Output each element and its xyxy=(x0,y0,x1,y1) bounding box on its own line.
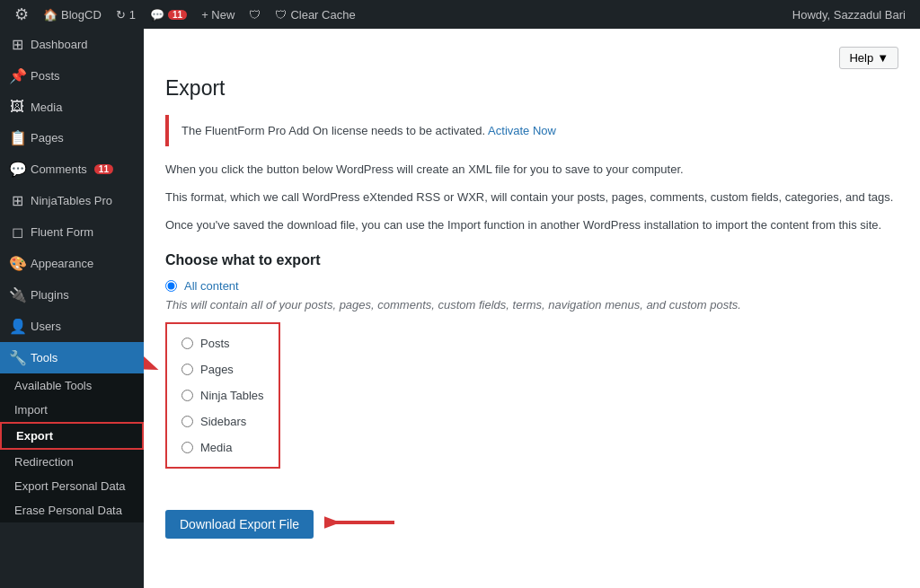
ninja-tables-label[interactable]: Ninja Tables xyxy=(200,389,264,402)
sidebar-item-plugins[interactable]: 🔌 Plugins xyxy=(0,279,144,311)
export-option-ninjatables[interactable]: Ninja Tables xyxy=(181,383,264,408)
sidebar-item-posts[interactable]: 📌 Posts xyxy=(0,60,144,92)
description-1: When you click the button below WordPres… xyxy=(165,161,898,180)
svg-line-1 xyxy=(144,349,152,367)
all-content-radio[interactable] xyxy=(165,280,177,292)
all-content-label[interactable]: All content xyxy=(184,279,239,293)
sidebar: ⊞ Dashboard 📌 Posts 🖼 Media 📋 Pages 💬 Co… xyxy=(0,29,144,588)
sidebar-item-fluentform[interactable]: ◻ Fluent Form xyxy=(0,216,144,248)
ninja-tables-radio[interactable] xyxy=(181,390,193,401)
site-name[interactable]: 🏠 BlogCD xyxy=(36,0,109,29)
sidebar-item-media[interactable]: 🖼 Media xyxy=(0,92,144,122)
sidebars-radio[interactable] xyxy=(181,416,193,427)
red-arrow-download xyxy=(324,505,396,540)
pages-label[interactable]: Pages xyxy=(200,363,234,376)
sidebar-item-dashboard[interactable]: ⊞ Dashboard xyxy=(0,29,144,60)
all-content-description: This will contain all of your posts, pag… xyxy=(165,298,898,312)
media-icon: 🖼 xyxy=(9,99,25,115)
help-button[interactable]: Help ▼ xyxy=(839,47,898,69)
wp-logo[interactable]: ⚙ xyxy=(7,0,36,29)
sidebar-item-users[interactable]: 👤 Users xyxy=(0,311,144,342)
updates[interactable]: ↻ 1 xyxy=(109,0,143,29)
posts-radio[interactable] xyxy=(181,338,193,349)
sidebar-item-ninjatables[interactable]: ⊞ NinjaTables Pro xyxy=(0,185,144,216)
export-option-posts[interactable]: Posts xyxy=(181,331,264,355)
wp-admin: ⊞ Dashboard 📌 Posts 🖼 Media 📋 Pages 💬 Co… xyxy=(0,29,920,588)
comments-nav-icon: 💬 xyxy=(9,161,25,178)
sidebar-item-appearance[interactable]: 🎨 Appearance xyxy=(0,248,144,279)
page-title: Export xyxy=(165,76,898,101)
updates-icon: ↻ xyxy=(116,8,126,22)
download-export-button[interactable]: Download Export File xyxy=(165,510,314,539)
description-2: This format, which we call WordPress eXt… xyxy=(165,189,898,207)
posts-icon: 📌 xyxy=(9,67,25,84)
export-option-pages[interactable]: Pages xyxy=(181,357,264,382)
new-content[interactable]: + New xyxy=(194,0,242,29)
content-inner: Help ▼ Export The FluentForm Pro Add On … xyxy=(144,29,920,588)
sidebars-label[interactable]: Sidebars xyxy=(200,415,246,428)
export-options-box: Posts Pages Ninja Tables Sidebars xyxy=(165,322,280,469)
sidebar-item-comments[interactable]: 💬 Comments 11 xyxy=(0,154,144,185)
admin-bar: ⚙ 🏠 BlogCD ↻ 1 💬 11 + New 🛡 🛡 Clear Cach… xyxy=(0,0,920,29)
submenu-available-tools[interactable]: Available Tools xyxy=(0,373,144,398)
media-label[interactable]: Media xyxy=(200,441,232,454)
shield-icon: 🛡 xyxy=(275,8,287,22)
sidebar-item-tools[interactable]: 🔧 Tools xyxy=(0,342,144,373)
description-3: Once you've saved the download file, you… xyxy=(165,216,898,235)
plugin-icon[interactable]: 🛡 xyxy=(242,0,268,29)
choose-export-title: Choose what to export xyxy=(165,252,898,268)
submenu-export-personal[interactable]: Export Personal Data xyxy=(0,474,144,498)
posts-label[interactable]: Posts xyxy=(200,337,230,350)
clear-cache-button[interactable]: 🛡 Clear Cache xyxy=(268,0,362,29)
activate-now-link[interactable]: Activate Now xyxy=(488,124,556,137)
submenu-import[interactable]: Import xyxy=(0,398,144,422)
appearance-icon: 🎨 xyxy=(9,255,25,272)
users-icon: 👤 xyxy=(9,318,25,335)
admin-bar-right: Howdy, Sazzadul Bari xyxy=(785,0,913,29)
help-bar: Help ▼ xyxy=(165,47,898,69)
tools-icon: 🔧 xyxy=(9,349,25,366)
tools-submenu: Available Tools Import Export Redirectio… xyxy=(0,373,144,522)
content-area: Help ▼ Export The FluentForm Pro Add On … xyxy=(144,29,920,588)
submenu-erase-personal[interactable]: Erase Personal Data xyxy=(0,498,144,522)
wp-icon: ⚙ xyxy=(14,4,29,24)
media-radio[interactable] xyxy=(181,442,193,453)
red-arrow-box xyxy=(144,340,161,385)
home-icon: 🏠 xyxy=(43,8,58,22)
export-option-media[interactable]: Media xyxy=(181,435,264,460)
submenu-export[interactable]: Export xyxy=(0,422,144,450)
fluentform-icon: ◻ xyxy=(9,224,25,241)
submenu-redirection[interactable]: Redirection xyxy=(0,450,144,474)
pages-icon: 📋 xyxy=(9,129,25,146)
dashboard-icon: ⊞ xyxy=(9,36,25,53)
plugin-badge-icon: 🛡 xyxy=(249,8,261,22)
export-option-sidebars[interactable]: Sidebars xyxy=(181,409,264,434)
activation-notice: The FluentForm Pro Add On license needs … xyxy=(165,115,898,146)
howdy[interactable]: Howdy, Sazzadul Bari xyxy=(785,0,913,29)
comments[interactable]: 💬 11 xyxy=(143,0,194,29)
download-arrow-indicator xyxy=(324,505,396,543)
sidebar-item-pages[interactable]: 📋 Pages xyxy=(0,122,144,154)
ninjatables-icon: ⊞ xyxy=(9,192,25,209)
comments-icon: 💬 xyxy=(150,8,164,22)
pages-radio[interactable] xyxy=(181,364,193,375)
plugins-icon: 🔌 xyxy=(9,286,25,303)
